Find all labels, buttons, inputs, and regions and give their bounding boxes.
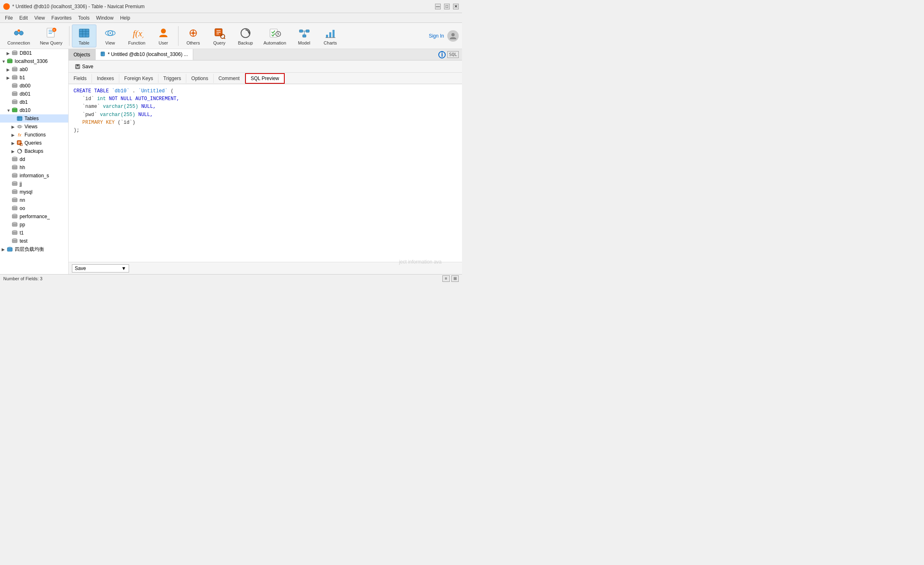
hh-icon xyxy=(11,164,18,171)
status-icon-2[interactable]: ⊞ xyxy=(451,275,459,282)
user-avatar[interactable] xyxy=(447,30,459,42)
menu-window[interactable]: Window xyxy=(93,14,117,22)
toolbar-automation[interactable]: Automation xyxy=(259,25,290,47)
svg-point-77 xyxy=(12,157,17,159)
maximize-button[interactable]: □ xyxy=(444,4,450,9)
query-icon xyxy=(213,27,226,40)
toolbar-others[interactable]: Others xyxy=(181,25,205,47)
sidebar-item-test[interactable]: test xyxy=(0,237,68,245)
sidebar-label-queries: Queries xyxy=(25,140,42,146)
sidebar-item-b1[interactable]: ▶ b1 xyxy=(0,74,68,82)
sidebar-item-sifu[interactable]: ▶ 四层负载均衡 xyxy=(0,245,68,254)
sidebar-item-jj[interactable]: jj xyxy=(0,180,68,188)
sub-tab-foreign-keys-label: Foreign Keys xyxy=(124,76,153,81)
toolbar-sep-2 xyxy=(178,26,179,46)
toolbar-backup-label: Backup xyxy=(238,40,253,45)
tab-objects[interactable]: Objects xyxy=(69,49,96,60)
toolbar-query[interactable]: Query xyxy=(207,25,232,47)
svg-point-62 xyxy=(12,108,17,109)
sidebar-item-db1[interactable]: db1 xyxy=(0,98,68,106)
svg-rect-38 xyxy=(306,30,309,32)
sub-tab-sql-preview[interactable]: SQL Preview xyxy=(245,73,285,84)
db01-icon xyxy=(11,50,18,56)
sidebar-item-oo[interactable]: oo xyxy=(0,204,68,212)
pp-icon xyxy=(11,221,18,228)
toolbar-charts[interactable]: Charts xyxy=(318,25,343,47)
content-area: Objects * Untitled @db10 (localhost_3306… xyxy=(69,49,462,274)
svg-point-68 xyxy=(19,126,20,127)
sifu-icon xyxy=(7,246,13,253)
menu-favorites[interactable]: Favorites xyxy=(48,14,75,22)
toolbar-table[interactable]: Table xyxy=(72,25,96,47)
sub-tab-foreign-keys[interactable]: Foreign Keys xyxy=(119,74,158,83)
sidebar-item-functions[interactable]: ▶ fx Functions xyxy=(0,131,68,139)
save-button-top[interactable]: Save xyxy=(72,63,96,71)
sidebar-item-pp[interactable]: pp xyxy=(0,221,68,229)
sub-tab-sql-preview-label: SQL Preview xyxy=(251,76,279,81)
toolbar-model[interactable]: Model xyxy=(292,25,317,47)
close-button[interactable]: ✕ xyxy=(453,4,459,9)
sidebar-item-db10[interactable]: ▼ db10 xyxy=(0,106,68,114)
toolbar-view[interactable]: View xyxy=(98,25,123,47)
sign-in-label[interactable]: Sign In xyxy=(429,33,444,39)
status-icon-1[interactable]: ≡ xyxy=(442,275,450,282)
svg-rect-104 xyxy=(76,65,79,66)
sidebar-item-backups[interactable]: ▶ Backups xyxy=(0,147,68,155)
others-icon xyxy=(187,27,200,40)
sub-tab-triggers[interactable]: Triggers xyxy=(158,74,187,83)
menu-help[interactable]: Help xyxy=(117,14,134,22)
toolbar-user[interactable]: User xyxy=(151,25,176,47)
info-icon[interactable]: i xyxy=(438,51,446,58)
fields-count: Number of Fields: 3 xyxy=(3,276,42,281)
sidebar-item-nn[interactable]: nn xyxy=(0,196,68,204)
svg-point-81 xyxy=(12,173,17,175)
sub-tab-indexes[interactable]: Indexes xyxy=(92,74,119,83)
toolbar-function[interactable]: f(x) Function xyxy=(124,25,150,47)
svg-line-36 xyxy=(278,34,279,35)
svg-rect-33 xyxy=(270,29,277,37)
sidebar-item-hh[interactable]: hh xyxy=(0,163,68,172)
sql-line-6: ); xyxy=(74,127,457,134)
svg-rect-63 xyxy=(17,116,22,121)
tab-editor[interactable]: * Untitled @db10 (localhost_3306) ... xyxy=(96,49,193,60)
sql-icon[interactable]: SQL xyxy=(447,51,459,58)
sidebar-item-tables[interactable]: Tables xyxy=(0,114,68,123)
svg-point-46 xyxy=(451,33,455,36)
sidebar-item-ab0[interactable]: ▶ ab0 xyxy=(0,65,68,74)
sidebar-item-mysql[interactable]: mysql xyxy=(0,188,68,196)
expand-arrow-db10: ▼ xyxy=(7,108,11,113)
sidebar-item-views[interactable]: ▶ Views xyxy=(0,123,68,131)
sidebar-item-t1[interactable]: t1 xyxy=(0,229,68,237)
toolbar-new-query[interactable]: + New Query xyxy=(36,25,67,47)
menu-file[interactable]: File xyxy=(2,14,16,22)
sidebar-label-db00: db00 xyxy=(20,83,31,89)
svg-point-60 xyxy=(12,100,17,101)
toolbar-connection[interactable]: + Connection xyxy=(3,25,34,47)
svg-point-17 xyxy=(109,32,111,34)
sub-tab-triggers-label: Triggers xyxy=(163,76,181,81)
minimize-button[interactable]: — xyxy=(435,4,441,9)
sidebar-item-db01-sub[interactable]: db01 xyxy=(0,90,68,98)
sql-code-area[interactable]: CREATE TABLE `db10` . `Untitled` ( `id` … xyxy=(69,84,462,262)
svg-point-58 xyxy=(12,92,17,93)
sidebar-item-localhost[interactable]: ▼ localhost_3306 xyxy=(0,57,68,65)
sidebar-item-db01[interactable]: ▶ DB01 xyxy=(0,49,68,57)
toolbar-backup[interactable]: Backup xyxy=(233,25,258,47)
svg-rect-44 xyxy=(333,30,335,38)
sidebar-item-info-s[interactable]: information_s xyxy=(0,172,68,180)
sidebar-item-dd[interactable]: dd xyxy=(0,155,68,163)
charts-icon xyxy=(324,27,337,40)
sub-tab-comment[interactable]: Comment xyxy=(214,74,245,83)
menu-view[interactable]: View xyxy=(31,14,48,22)
save-dropdown[interactable]: Save ▼ xyxy=(72,264,129,272)
sidebar-item-db00[interactable]: db00 xyxy=(0,82,68,90)
view-icon xyxy=(104,27,117,40)
menu-edit[interactable]: Edit xyxy=(16,14,31,22)
nn-icon xyxy=(11,197,18,203)
sub-tab-options[interactable]: Options xyxy=(186,74,213,83)
sidebar-item-perf[interactable]: performance_ xyxy=(0,212,68,221)
sidebar-label-backups: Backups xyxy=(25,148,43,154)
sidebar-item-queries[interactable]: ▶ Queries xyxy=(0,139,68,147)
sub-tab-fields[interactable]: Fields xyxy=(69,74,92,83)
menu-tools[interactable]: Tools xyxy=(75,14,93,22)
